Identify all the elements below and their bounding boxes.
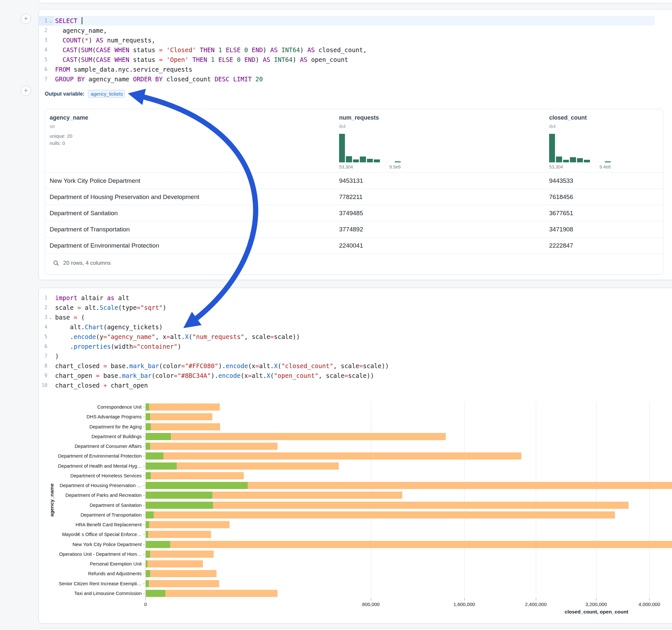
python-cell-card: 1import altair as alt2scale = alt.Scale(… bbox=[39, 288, 672, 624]
histogram-bar bbox=[577, 158, 583, 162]
y-tick-mark bbox=[143, 534, 145, 535]
closed_count-bar bbox=[146, 404, 220, 411]
histogram-bar bbox=[556, 156, 562, 162]
table-cell: 7782211 bbox=[339, 189, 363, 205]
gridline bbox=[464, 402, 464, 598]
x-tick-label: 1,600,000 bbox=[454, 602, 475, 607]
open_count-bar bbox=[146, 482, 248, 489]
closed_count-bar bbox=[146, 541, 672, 548]
histogram-bar bbox=[374, 160, 380, 162]
table-row[interactable]: Department of Housing Preservation and D… bbox=[45, 189, 663, 205]
table-cell: 9453131 bbox=[339, 173, 363, 189]
gridline bbox=[536, 402, 536, 598]
y-tick-mark bbox=[143, 505, 145, 506]
histogram-bar bbox=[563, 160, 569, 162]
closed_count-bar bbox=[146, 423, 220, 430]
table-header: agency_name str unique: 20 nulls: 0 num_… bbox=[45, 109, 663, 172]
closed_count-bar bbox=[146, 521, 230, 528]
x-tick-label: 0 bbox=[144, 602, 147, 607]
code-text: CAST(SUM(CASE WHEN status = 'Open' THEN … bbox=[55, 55, 348, 65]
table-row[interactable]: New York City Police Department945313194… bbox=[45, 172, 663, 189]
fold-chevron-icon[interactable]: ⌄ bbox=[47, 16, 54, 26]
fold-chevron-icon bbox=[47, 55, 54, 65]
code-text: agency_name, bbox=[55, 26, 107, 35]
y-tick-mark bbox=[143, 574, 145, 574]
y-tick-label: Department of Environmental Protection bbox=[58, 453, 142, 459]
x-axis-title: closed_count, open_count bbox=[493, 609, 672, 615]
output-variable-chip[interactable]: agency_tickets bbox=[88, 90, 125, 98]
closed_count-bar bbox=[146, 443, 278, 450]
table-cell: 3677651 bbox=[549, 205, 573, 221]
next-cell-partial bbox=[39, 628, 672, 630]
text-cursor bbox=[82, 17, 82, 24]
y-axis-labels: Correspondence UnitDHS Advantage Program… bbox=[42, 402, 142, 598]
closed_count-bar bbox=[146, 560, 203, 567]
column-header-agency-name[interactable]: agency_name bbox=[50, 114, 88, 121]
open_count-bar bbox=[146, 413, 150, 420]
open_count-bar bbox=[146, 551, 150, 558]
line-number: 5 bbox=[39, 55, 47, 65]
line-number: 6 bbox=[39, 65, 47, 74]
histogram-bar bbox=[339, 134, 345, 162]
table-cell: New York City Police Department bbox=[50, 173, 140, 189]
y-tick-label: Department of Sanitation bbox=[90, 503, 142, 508]
histogram-bar bbox=[584, 160, 590, 162]
histogram-bar bbox=[346, 156, 352, 162]
code-line[interactable]: 6FROM sample_data.nyc.service_requests bbox=[39, 65, 655, 74]
code-line[interactable]: 7GROUP BY agency_name ORDER BY closed_co… bbox=[39, 74, 655, 84]
y-tick-label: DHS Advantage Programs bbox=[87, 414, 142, 419]
x-tick-mark bbox=[596, 598, 597, 601]
code-line[interactable]: 3 COUNT(*) AS num_requests, bbox=[39, 35, 655, 45]
column-header-closed-count[interactable]: closed_count bbox=[549, 114, 587, 121]
open_count-bar bbox=[146, 443, 150, 450]
y-tick-label: Department of Health and Mental Hyg… bbox=[58, 463, 142, 468]
table-cell: 3749485 bbox=[339, 205, 363, 221]
table-row[interactable]: Department of Environmental Protection22… bbox=[45, 237, 663, 253]
histogram-min-label: 53,304 bbox=[339, 164, 353, 169]
output-variable-label: Output variable: bbox=[45, 91, 85, 97]
closed_count-bar bbox=[146, 570, 217, 577]
y-tick-label: Operations Unit - Department of Hom… bbox=[59, 552, 142, 557]
x-tick-mark bbox=[536, 598, 536, 601]
x-tick-mark bbox=[649, 598, 650, 601]
code-line[interactable]: 1⌄SELECT bbox=[39, 16, 655, 26]
column-histogram bbox=[339, 134, 401, 162]
y-tick-label: Personal Exemption Unit bbox=[90, 561, 142, 566]
y-tick-mark bbox=[143, 564, 145, 564]
closed_count-bar bbox=[146, 413, 212, 420]
open_count-bar bbox=[146, 492, 212, 499]
histogram-max-label: 9.4e6 bbox=[599, 164, 611, 169]
y-tick-mark bbox=[143, 476, 145, 476]
gridline bbox=[596, 402, 597, 598]
output-variable-row: Output variable: agency_tickets bbox=[45, 90, 125, 98]
x-tick-label: 4,000,000 bbox=[639, 602, 660, 607]
sql-code-editor[interactable]: 1⌄SELECT 2 agency_name,3 COUNT(*) AS num… bbox=[39, 16, 655, 84]
y-tick-mark bbox=[143, 437, 145, 437]
y-tick-mark bbox=[143, 485, 145, 486]
histogram-bar bbox=[367, 159, 373, 162]
x-tick-label: 3,200,000 bbox=[585, 602, 607, 607]
previous-cell-partial bbox=[39, 0, 672, 3]
column-meta-unique: unique: 20 bbox=[50, 133, 72, 139]
y-tick-mark bbox=[143, 466, 145, 466]
open_count-bar bbox=[146, 433, 171, 440]
table-row[interactable]: Department of Sanitation37494853677651 bbox=[45, 205, 663, 221]
code-line[interactable]: 4 CAST(SUM(CASE WHEN status = 'Closed' T… bbox=[39, 45, 655, 55]
x-tick-mark bbox=[464, 598, 464, 601]
code-line[interactable]: 2 agency_name, bbox=[39, 26, 655, 35]
x-tick-label: 800,000 bbox=[362, 602, 380, 607]
y-tick-mark bbox=[143, 544, 145, 545]
search-icon[interactable] bbox=[53, 260, 59, 266]
open_count-bar bbox=[146, 541, 170, 548]
code-line[interactable]: 5 CAST(SUM(CASE WHEN status = 'Open' THE… bbox=[39, 55, 655, 65]
fold-chevron-icon bbox=[47, 26, 54, 35]
table-row[interactable]: Department of Transportation377489234719… bbox=[45, 221, 663, 237]
column-header-num-requests[interactable]: num_requests bbox=[339, 114, 379, 121]
histogram-bar bbox=[395, 162, 401, 162]
add-cell-button[interactable]: + bbox=[21, 86, 31, 96]
add-cell-button[interactable]: + bbox=[21, 14, 31, 24]
table-cell: Department of Sanitation bbox=[50, 205, 118, 221]
histogram-bar bbox=[360, 156, 366, 162]
y-tick-mark bbox=[143, 593, 145, 594]
y-tick-mark bbox=[143, 554, 145, 555]
